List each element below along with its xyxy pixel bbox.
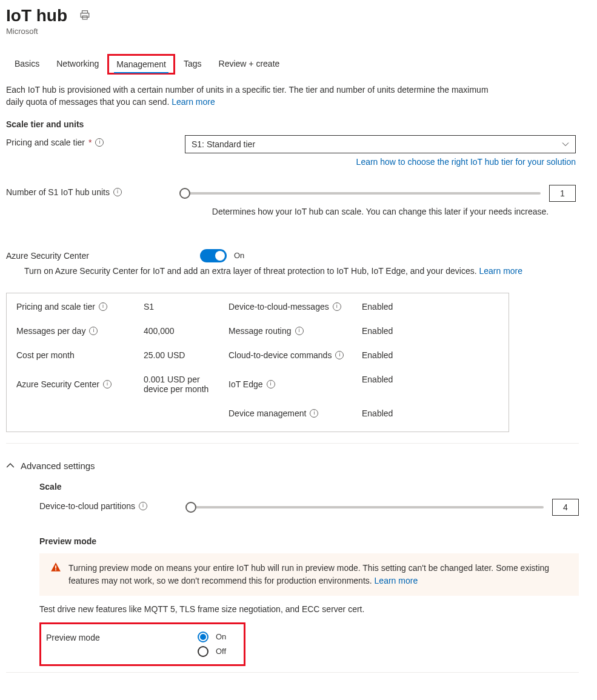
page-subtitle: Microsoft <box>6 27 591 36</box>
summary-label: Message routingi <box>228 326 356 336</box>
info-icon[interactable]: i <box>333 302 341 311</box>
svg-rect-0 <box>82 10 88 13</box>
summary-value: Enabled <box>362 326 435 336</box>
security-toggle-state: On <box>234 251 244 260</box>
intro-body: Each IoT hub is provisioned with a certa… <box>6 85 489 107</box>
scale-heading: Scale tier and units <box>6 119 591 129</box>
print-button[interactable] <box>78 8 92 24</box>
info-icon[interactable]: i <box>267 380 275 388</box>
info-icon[interactable]: i <box>113 188 122 196</box>
svg-rect-4 <box>55 569 56 570</box>
summary-value: 0.001 USD per device per month <box>144 375 222 394</box>
summary-label: IoT Edgei <box>228 375 356 394</box>
security-learn-more-link[interactable]: Learn more <box>479 266 522 276</box>
security-desc: Turn on Azure Security Center for IoT an… <box>24 266 477 276</box>
info-icon[interactable]: i <box>89 327 98 335</box>
summary-value: Enabled <box>362 408 435 418</box>
radio-on-label: On <box>216 632 226 641</box>
units-label: Number of S1 IoT hub units i <box>6 185 185 197</box>
slider-track[interactable] <box>185 192 541 195</box>
tab-networking[interactable]: Networking <box>48 54 107 75</box>
adv-scale-heading: Scale <box>39 482 579 492</box>
radio-off[interactable] <box>198 646 208 657</box>
intro-learn-more-link[interactable]: Learn more <box>172 97 215 107</box>
preview-mode-label: Preview mode <box>46 632 198 642</box>
chevron-up-icon <box>6 461 15 470</box>
summary-label: Pricing and scale tieri <box>16 302 138 312</box>
preview-radio-off-row[interactable]: Off <box>198 646 226 657</box>
preview-mode-heading: Preview mode <box>39 536 579 546</box>
toggle-knob <box>215 251 225 261</box>
tab-bar: Basics Networking Management Tags Review… <box>6 54 591 75</box>
tab-tags[interactable]: Tags <box>175 54 210 75</box>
info-icon[interactable]: i <box>335 351 344 359</box>
tab-review-create[interactable]: Review + create <box>210 54 288 75</box>
svg-rect-1 <box>81 13 89 17</box>
partitions-label: Device-to-cloud partitions i <box>39 499 191 511</box>
chevron-down-icon <box>562 141 569 148</box>
radio-off-label: Off <box>216 647 226 656</box>
info-icon[interactable]: i <box>99 302 107 311</box>
security-label: Azure Security Center <box>6 251 200 261</box>
slider-thumb[interactable] <box>185 502 196 513</box>
preview-desc: Test drive new features like MQTT 5, TLS… <box>39 604 579 614</box>
summary-value: Enabled <box>362 350 435 360</box>
summary-value: Enabled <box>362 375 435 394</box>
info-icon[interactable]: i <box>139 502 147 510</box>
units-help: Determines how your IoT hub can scale. Y… <box>185 207 576 216</box>
preview-warning-text: Turning preview mode on means your entir… <box>68 563 549 585</box>
info-icon[interactable]: i <box>310 409 318 418</box>
slider-thumb[interactable] <box>179 188 190 199</box>
preview-warning-box: Turning preview mode on means your entir… <box>39 553 579 596</box>
summary-label: Device managementi <box>228 408 356 418</box>
summary-box: Pricing and scale tieri S1 Device-to-clo… <box>6 293 509 432</box>
preview-warning-learn-more-link[interactable]: Learn more <box>375 576 418 585</box>
intro-text: Each IoT hub is provisioned with a certa… <box>6 84 503 108</box>
radio-on[interactable] <box>198 632 208 642</box>
info-icon[interactable]: i <box>103 380 112 388</box>
slider-track[interactable] <box>191 506 544 508</box>
summary-label: Messages per dayi <box>16 326 138 336</box>
warning-icon <box>50 562 61 587</box>
pricing-tier-dropdown[interactable]: S1: Standard tier <box>185 135 576 153</box>
units-slider[interactable]: 1 <box>185 185 576 202</box>
summary-value: 400,000 <box>144 326 222 336</box>
info-icon[interactable]: i <box>295 327 304 335</box>
tier-help-link[interactable]: Learn how to choose the right IoT hub ti… <box>356 157 576 167</box>
summary-label: Azure Security Centeri <box>16 375 138 394</box>
summary-value: Enabled <box>362 302 435 312</box>
partitions-value-box[interactable]: 4 <box>552 499 579 516</box>
summary-value: 25.00 USD <box>144 350 222 360</box>
svg-rect-3 <box>55 565 56 568</box>
pricing-tier-label: Pricing and scale tier* i <box>6 135 185 147</box>
page-title: IoT hub <box>6 6 67 25</box>
tab-management[interactable]: Management <box>107 54 175 75</box>
partitions-slider[interactable]: 4 <box>191 499 579 516</box>
summary-label: Device-to-cloud-messagesi <box>228 302 356 312</box>
summary-label: Cost per month <box>16 350 138 360</box>
pricing-tier-value: S1: Standard tier <box>192 139 255 149</box>
summary-label: Cloud-to-device commandsi <box>228 350 356 360</box>
advanced-settings-title: Advanced settings <box>21 461 95 471</box>
security-toggle[interactable] <box>200 249 227 262</box>
advanced-settings-toggle[interactable]: Advanced settings <box>6 461 591 471</box>
preview-radio-on-row[interactable]: On <box>198 632 226 642</box>
info-icon[interactable]: i <box>95 138 104 147</box>
print-icon <box>79 10 90 21</box>
units-value-box[interactable]: 1 <box>549 185 576 202</box>
summary-value: S1 <box>144 302 222 312</box>
tab-basics[interactable]: Basics <box>6 54 48 75</box>
